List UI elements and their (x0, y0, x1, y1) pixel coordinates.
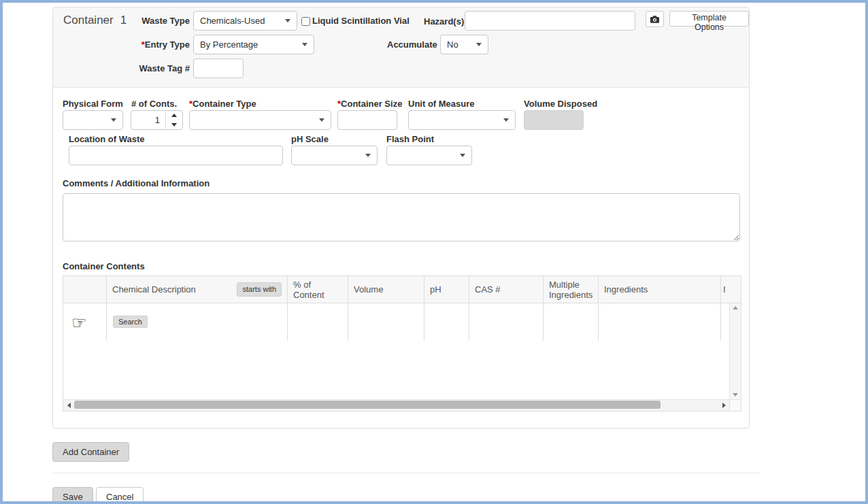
horizontal-scrollbar[interactable] (63, 400, 729, 411)
scroll-right-button[interactable] (718, 400, 729, 411)
entry-type-label-text: Entry Type (145, 39, 190, 50)
scroll-left-icon (67, 403, 71, 408)
increment-button[interactable] (166, 111, 182, 120)
volume-cell (348, 303, 424, 341)
comments-label: Comments / Additional Information (63, 178, 210, 189)
chevron-down-icon (460, 154, 465, 157)
liquid-scintillation-vial-checkbox[interactable] (301, 17, 310, 26)
cas-number-cell (469, 303, 544, 341)
flash-point-label: Flash Point (386, 134, 434, 145)
ph-scale-select[interactable] (291, 146, 378, 165)
scroll-left-button[interactable] (63, 400, 74, 411)
chevron-down-icon (365, 154, 371, 157)
chevron-down-icon (503, 118, 509, 122)
scroll-up-icon[interactable] (733, 306, 738, 309)
grid-header-row: Chemical Description starts with % of Co… (63, 276, 741, 303)
accumulate-value: No (447, 39, 458, 50)
volume-disposed-label: Volume Disposed (524, 99, 597, 110)
arrow-up-icon (171, 114, 177, 117)
column-header-ph: pH (424, 276, 469, 303)
stepper-buttons (165, 111, 182, 129)
num-containers-label: # of Conts. (131, 99, 177, 110)
decrement-button[interactable] (166, 120, 182, 130)
container-panel: Container1 Waste Type Chemicals-Used Liq… (52, 7, 750, 429)
multiple-ingredients-cell (544, 303, 599, 341)
physical-form-label: Physical Form (63, 99, 123, 110)
unit-of-measure-label: Unit of Measure (408, 99, 475, 110)
camera-button[interactable] (646, 11, 664, 27)
physical-form-select[interactable] (63, 110, 123, 130)
search-button[interactable]: Search (113, 316, 148, 328)
vertical-scrollbar[interactable] (729, 303, 741, 399)
waste-type-select[interactable]: Chemicals-Used (193, 11, 297, 31)
container-contents-grid: Chemical Description starts with % of Co… (63, 275, 741, 411)
scroll-right-icon (722, 403, 726, 408)
waste-tag-input[interactable] (193, 58, 244, 78)
container-size-label-text: Container Size (341, 99, 402, 109)
unit-of-measure-select[interactable] (408, 110, 516, 130)
chemical-description-cell: Search (107, 303, 288, 341)
chevron-down-icon (285, 19, 290, 22)
scrollbar-corner (729, 400, 741, 411)
accumulate-label: Accumulate (387, 39, 437, 50)
entry-type-value: By Percentage (200, 39, 258, 50)
chevron-down-icon (302, 43, 307, 46)
waste-type-label: Waste Type (94, 16, 190, 27)
num-containers-stepper (131, 110, 183, 130)
arrow-down-icon (171, 123, 177, 127)
footer-divider (52, 473, 761, 473)
container-contents-title: Container Contents (63, 261, 145, 272)
location-of-waste-label: Location of Waste (69, 134, 144, 145)
waste-tag-label: Waste Tag # (94, 63, 190, 74)
scroll-down-icon[interactable] (733, 393, 738, 397)
hscroll-track[interactable] (74, 400, 718, 411)
ph-cell (424, 303, 469, 341)
ingredients-cell (599, 303, 721, 341)
container-size-label: *Container Size (337, 99, 402, 110)
percent-of-content-cell (288, 303, 348, 341)
comments-textarea[interactable] (63, 193, 740, 241)
grid-body: ☞ Search (63, 303, 741, 399)
camera-icon (650, 15, 659, 24)
column-header-percent-of-content: % of Content (288, 276, 348, 303)
num-containers-input[interactable] (131, 111, 165, 129)
chevron-down-icon (319, 118, 324, 122)
column-header-row-selector (63, 276, 107, 303)
liquid-scintillation-vial-label: Liquid Scintillation Vial (312, 16, 410, 27)
add-container-button[interactable]: Add Container (52, 442, 129, 462)
hazards-input[interactable] (465, 11, 635, 31)
column-header-ingredients: Ingredients (599, 276, 721, 303)
page: Container1 Waste Type Chemicals-Used Liq… (0, 0, 868, 504)
hscroll-thumb[interactable] (74, 401, 661, 409)
container-type-label: *Container Type (189, 99, 256, 110)
save-button[interactable]: Save (52, 487, 93, 504)
entry-type-label: *Entry Type (94, 39, 190, 50)
chemical-description-header-label: Chemical Description (112, 284, 196, 295)
column-header-multiple-ingredients: Multiple Ingredients (544, 276, 599, 303)
container-type-select[interactable] (189, 110, 331, 130)
column-header-clipped: I (721, 276, 741, 303)
grid-hscroll-row (63, 399, 741, 411)
container-size-input[interactable] (337, 110, 397, 130)
waste-type-value: Chemicals-Used (200, 16, 265, 26)
template-options-button[interactable]: Template Options (669, 11, 749, 27)
pointing-hand-icon: ☞ (71, 314, 86, 331)
entry-type-select[interactable]: By Percentage (193, 35, 314, 54)
accumulate-select[interactable]: No (440, 35, 488, 54)
starts-with-filter-button[interactable]: starts with (237, 282, 282, 297)
cancel-button[interactable]: Cancel (96, 487, 144, 504)
hazards-label: Hazard(s) (424, 16, 464, 27)
chevron-down-icon (476, 43, 482, 46)
chevron-down-icon (111, 118, 116, 122)
column-header-chemical-description: Chemical Description starts with (107, 276, 288, 303)
volume-disposed-input (524, 110, 584, 130)
flash-point-select[interactable] (386, 146, 472, 165)
row-selector-cell[interactable]: ☞ (63, 303, 107, 341)
container-type-label-text: Container Type (193, 99, 256, 109)
column-header-volume: Volume (348, 276, 424, 303)
ph-scale-label: pH Scale (291, 134, 329, 145)
column-header-cas-number: CAS # (469, 276, 544, 303)
location-of-waste-input[interactable] (69, 146, 283, 165)
